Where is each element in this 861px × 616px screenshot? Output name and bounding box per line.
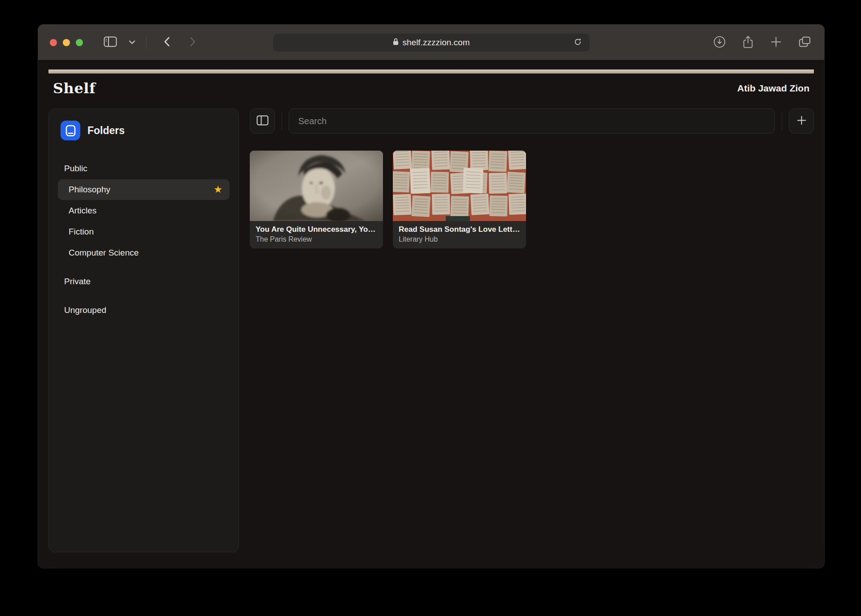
share-icon [743,35,753,50]
downloads-button[interactable] [712,34,727,51]
plus-icon [770,36,782,49]
controls-divider [782,112,782,130]
tab-group-chevron-button[interactable] [127,37,137,48]
card-caption: You Are Quite Unnecessary, You... The Pa… [250,221,383,248]
browser-window: shelf.zzzzion.com [38,25,824,568]
bookmark-card[interactable]: Read Susan Sontag's Love Lette... Litera… [393,151,526,248]
card-source: Literary Hub [399,234,520,244]
shelf-page: Shelf Atib Jawad Zion Folders [38,69,824,568]
minimize-window-button[interactable] [63,39,70,46]
forward-button[interactable] [188,35,198,50]
reload-button[interactable] [572,36,584,49]
url-text: shelf.zzzzion.com [403,38,470,48]
search-input[interactable] [289,108,775,134]
chevron-right-icon [190,37,196,48]
new-tab-button[interactable] [769,35,783,51]
chevron-down-icon [129,39,135,46]
lock-icon [393,38,399,47]
folder-label: Private [64,277,91,286]
sidebar-item-articles[interactable]: Articles [58,200,230,221]
bookmarks-grid: You Are Quite Unnecessary, You... The Pa… [250,151,814,248]
tabs-icon [799,36,811,49]
sidebar-item-ungrouped[interactable]: Ungrouped [58,300,230,321]
download-icon [713,36,726,49]
window-controls [50,39,83,46]
card-source: The Paris Review [256,234,377,244]
bookmark-card[interactable]: You Are Quite Unnecessary, You... The Pa… [250,151,383,248]
book-icon [61,121,80,140]
card-thumbnail-portrait [250,151,383,221]
folders-panel: Folders Public Philosophy ★ Articles Fic… [48,108,239,552]
folder-label: Articles [69,206,96,216]
controls-divider [282,112,282,130]
user-name[interactable]: Atib Jawad Zion [737,83,809,94]
browser-nav-cluster [102,35,198,50]
share-button[interactable] [741,34,755,52]
sidebar-item-fiction[interactable]: Fiction [58,221,230,242]
panel-toggle-button[interactable] [250,108,275,134]
controls-row [250,108,814,134]
safari-sidebar-toggle-button[interactable] [102,35,119,50]
folder-label: Philosophy [69,185,110,195]
sidebar-icon [104,36,117,48]
card-title: Read Susan Sontag's Love Lette... [399,225,520,234]
sidebar-item-philosophy[interactable]: Philosophy ★ [58,179,230,200]
folders-header: Folders [58,121,230,140]
site-header: Shelf Atib Jawad Zion [48,80,814,97]
accent-bar [48,69,814,74]
folder-label: Computer Science [69,248,139,258]
chevron-left-icon [164,37,170,48]
card-title: You Are Quite Unnecessary, You... [256,225,377,234]
close-window-button[interactable] [50,39,57,46]
folder-list: Public Philosophy ★ Articles Fiction Com… [58,158,230,321]
browser-actions [712,34,813,52]
reload-icon [574,38,582,48]
folder-label: Public [64,164,87,174]
star-icon: ★ [213,185,222,195]
sidebar-item-public[interactable]: Public [58,158,230,179]
address-bar[interactable]: shelf.zzzzion.com [273,34,590,52]
folder-label: Ungrouped [64,305,106,315]
add-item-button[interactable] [789,108,814,134]
toolbar-divider [146,36,147,49]
tab-overview-button[interactable] [797,35,813,51]
plus-icon [796,115,807,127]
zoom-window-button[interactable] [76,39,83,46]
folders-title: Folders [87,125,125,137]
main-content: You Are Quite Unnecessary, You... The Pa… [250,108,814,552]
browser-toolbar: shelf.zzzzion.com [38,25,824,61]
sidebar-item-private[interactable]: Private [58,271,230,292]
back-button[interactable] [162,35,172,50]
site-logo[interactable]: Shelf [53,80,96,97]
card-thumbnail-book-pages [393,151,526,221]
folder-label: Fiction [69,227,94,237]
card-caption: Read Susan Sontag's Love Lette... Litera… [393,221,526,248]
sidebar-toggle-icon [257,115,269,127]
sidebar-item-computer-science[interactable]: Computer Science [58,243,230,263]
